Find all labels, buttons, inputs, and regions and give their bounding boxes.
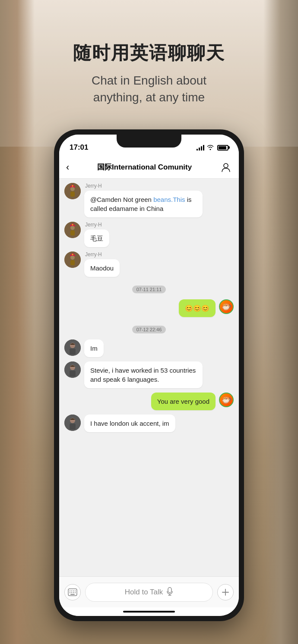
phone-frame: 17:01: [54, 129, 244, 621]
avatar: 🐡: [219, 299, 234, 314]
status-icons: [197, 144, 228, 151]
svg-rect-40: [75, 592, 76, 593]
signal-bars-icon: [197, 145, 204, 151]
list-item: Im: [64, 339, 234, 357]
timestamp-pill: 07-12 22:46: [132, 326, 166, 333]
msg-content: 😊😊😊: [179, 299, 216, 317]
msg-content: Im: [84, 339, 104, 357]
avatar: [64, 339, 81, 356]
svg-rect-39: [73, 592, 74, 593]
svg-rect-38: [71, 592, 72, 593]
header-title-en: Chat in English about anything, at any t…: [92, 72, 206, 106]
msg-content: I have london uk accent, im: [84, 415, 175, 432]
svg-point-0: [224, 163, 228, 168]
timestamp-divider: 07-11 21:11: [64, 286, 234, 293]
msg-content: You are very good: [151, 393, 216, 410]
svg-point-7: [72, 185, 73, 187]
svg-rect-17: [70, 260, 75, 265]
svg-rect-33: [70, 591, 70, 591]
keyboard-button[interactable]: [64, 584, 81, 600]
svg-rect-10: [70, 230, 75, 236]
avatar: [64, 415, 81, 431]
timestamp-divider: 07-12 22:46: [64, 326, 234, 333]
header-title-cn: 随时用英语聊聊天: [73, 41, 225, 65]
chat-input-bar: Hold to Talk: [59, 576, 239, 607]
msg-bubble: I have london uk accent, im: [84, 415, 175, 432]
list-item: 🐡 You are very good: [64, 393, 234, 410]
list-item: Jerry·H @Camden Not green beans.This is …: [64, 183, 234, 217]
svg-rect-24: [70, 349, 76, 355]
msg-content: Jerry·H Maodou: [84, 251, 120, 277]
msg-sender: Jerry·H: [85, 251, 120, 258]
msg-bubble: Stevie, i have worked in 53 countries an…: [84, 361, 203, 388]
chat-messages: Jerry·H @Camden Not green beans.This is …: [59, 179, 239, 576]
profile-icon[interactable]: [220, 161, 232, 173]
link-text: beans.This: [153, 196, 185, 203]
list-item: Stevie, i have worked in 53 countries an…: [64, 361, 234, 388]
msg-sender: Jerry·H: [85, 183, 203, 189]
home-indicator-bar: [123, 611, 175, 613]
header-area: 随时用英语聊聊天 Chat in English about anything,…: [0, 0, 298, 147]
msg-bubble: Im: [84, 339, 104, 357]
svg-point-20: [73, 254, 75, 256]
chat-title: 国际International Comunity: [97, 162, 192, 172]
svg-point-5: [70, 186, 72, 188]
avatar: [64, 222, 81, 238]
svg-rect-37: [70, 592, 70, 593]
msg-content: Jerry·H 毛豆: [84, 222, 109, 247]
avatar: 🐡: [219, 393, 234, 407]
mic-icon: [166, 587, 173, 597]
timestamp-pill: 07-11 21:11: [132, 286, 166, 293]
home-indicator: [59, 607, 239, 616]
msg-content: Jerry·H @Camden Not green beans.This is …: [84, 183, 203, 217]
svg-point-21: [72, 254, 73, 255]
phone-screen: 17:01: [59, 135, 239, 616]
svg-point-6: [73, 186, 75, 188]
svg-rect-28: [70, 371, 76, 377]
svg-rect-41: [70, 594, 75, 595]
msg-bubble: You are very good: [151, 393, 216, 410]
svg-point-12: [70, 225, 72, 226]
svg-point-19: [70, 254, 72, 256]
back-button[interactable]: ‹: [66, 162, 69, 173]
svg-rect-34: [71, 591, 72, 591]
svg-rect-31: [70, 424, 76, 430]
phone-notch: [117, 135, 181, 148]
avatar: [64, 361, 81, 378]
list-item: Jerry·H 毛豆: [64, 222, 234, 247]
msg-bubble: Maodou: [84, 259, 120, 277]
plus-button[interactable]: [217, 584, 234, 600]
hold-to-talk-button[interactable]: Hold to Talk: [85, 583, 213, 602]
svg-rect-35: [73, 591, 74, 591]
msg-content: Stevie, i have worked in 53 countries an…: [84, 361, 203, 388]
svg-rect-3: [70, 192, 75, 197]
avatar: [64, 251, 81, 268]
battery-icon: [217, 145, 228, 151]
list-item: I have london uk accent, im: [64, 415, 234, 432]
msg-bubble: 😊😊😊: [179, 299, 216, 317]
svg-point-13: [73, 225, 75, 226]
msg-sender: Jerry·H: [85, 222, 109, 228]
hold-to-talk-label: Hold to Talk: [125, 588, 163, 597]
msg-bubble: 毛豆: [84, 229, 109, 247]
status-time: 17:01: [70, 143, 88, 152]
list-item: Jerry·H Maodou: [64, 251, 234, 277]
msg-bubble: @Camden Not green beans.This is called e…: [84, 191, 203, 217]
wifi-icon: [207, 144, 214, 151]
svg-point-14: [72, 224, 73, 226]
chat-header: ‹ 国际International Comunity: [59, 156, 239, 179]
avatar: [64, 183, 81, 199]
svg-rect-42: [168, 587, 171, 593]
list-item: 🐡 😊😊😊: [64, 299, 234, 317]
svg-rect-36: [75, 591, 76, 591]
